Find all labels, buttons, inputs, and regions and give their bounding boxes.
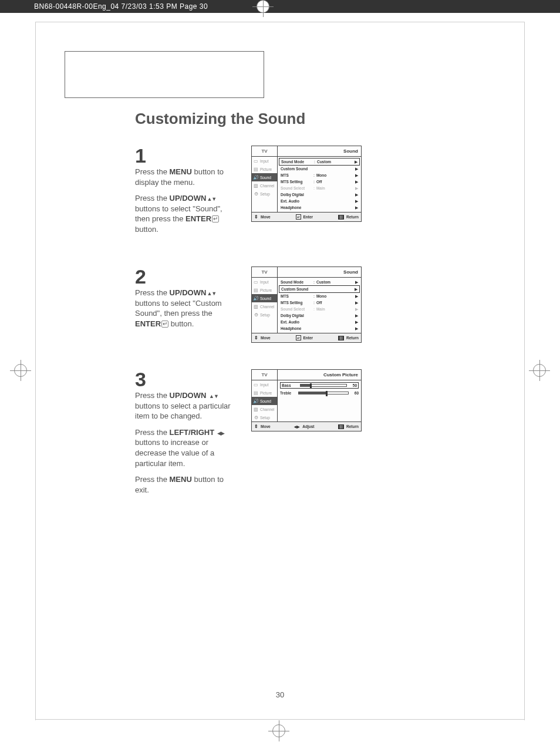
picture-icon: ▤ xyxy=(253,167,259,171)
updown-label: UP/DOWN xyxy=(170,288,207,297)
steps-container: 1 Press the MENU button to display the m… xyxy=(135,146,501,501)
osd-row-sound-select: Sound Select:Main▶ xyxy=(279,185,360,191)
step-3-text: 3 Press the UP/DOWN buttons to select a … xyxy=(135,369,235,501)
hint-move: Move xyxy=(254,214,271,220)
osd-row-headphone: Headphone▶ xyxy=(279,325,360,332)
osd-title: Sound xyxy=(278,146,361,156)
setup-icon: ⚙ xyxy=(253,312,259,317)
slider-label: Treble xyxy=(280,391,296,395)
osd-side-setup: ⚙Setup xyxy=(252,413,277,421)
page-number: 30 xyxy=(35,690,525,699)
step-1-number: 1 xyxy=(135,146,235,166)
osd-row-ext-audio: Ext. Audio▶ xyxy=(279,198,360,204)
osd-hint-bar: Move Enter Return xyxy=(252,333,361,342)
osd-side-picture: ▤Picture xyxy=(252,389,277,397)
step-text-fragment: Press the xyxy=(135,194,170,203)
step-text-fragment: Press the xyxy=(135,475,170,484)
osd-menu-list: Sound Mode:Custom▶ Custom Sound▶ MTS:Mon… xyxy=(278,278,361,333)
page-content: Customizing the Sound 1 Press the MENU b… xyxy=(35,22,525,719)
step-2-number: 2 xyxy=(135,267,235,286)
up-down-icon xyxy=(208,391,218,400)
osd-side-picture: ▤Picture xyxy=(252,286,277,294)
step-2-text: 2 Press the UP/DOWN buttons to select "C… xyxy=(135,267,235,335)
enter-label: ENTER xyxy=(135,319,161,328)
updown-label: UP/DOWN xyxy=(170,194,207,203)
sound-icon: 🔊 xyxy=(253,175,259,180)
step-text-fragment: button. xyxy=(135,225,158,234)
osd-row-dolby: Dolby Digital▶ xyxy=(279,191,360,198)
osd-title: Custom Picture xyxy=(278,370,361,380)
arrow-right-icon: ▶ xyxy=(355,313,358,318)
slider-treble: Treble 60 xyxy=(280,391,359,395)
osd-slider-panel: Bass 50 Treble xyxy=(278,380,361,421)
osd-row-headphone: Headphone▶ xyxy=(279,204,360,211)
slider-label: Bass xyxy=(282,383,298,387)
registration-mark-top xyxy=(257,0,269,15)
page-title: Customizing the Sound xyxy=(135,110,501,128)
hint-return: Return xyxy=(338,335,359,340)
osd-side-channel: ▨Channel xyxy=(252,302,277,311)
osd-side-input: ▭Input xyxy=(252,157,277,165)
osd-row-custom-sound: Custom Sound▶ xyxy=(279,166,360,172)
registration-mark-left xyxy=(14,364,27,379)
step-text-fragment: buttons to select "Custom Sound", then p… xyxy=(135,299,222,318)
sound-icon: 🔊 xyxy=(253,399,259,403)
osd-tv-label: TV xyxy=(252,146,278,156)
up-down-icon xyxy=(206,288,216,297)
enter-label: ENTER xyxy=(185,214,211,223)
step-text-fragment: buttons to increase or decrease the valu… xyxy=(135,438,214,467)
arrow-right-icon: ▶ xyxy=(355,326,358,331)
arrow-right-icon: ▶ xyxy=(355,173,358,178)
osd-row-mts-setting: MTS Setting:Off▶ xyxy=(279,299,360,306)
arrow-right-icon: ▶ xyxy=(355,193,358,197)
step-3-number: 3 xyxy=(135,369,235,389)
hint-move: Move xyxy=(254,335,271,340)
setup-icon: ⚙ xyxy=(253,415,259,420)
arrow-right-icon: ▶ xyxy=(355,301,358,305)
osd-sidebar: ▭Input ▤Picture 🔊Sound ▨Channel ⚙Setup xyxy=(252,157,278,212)
channel-icon: ▨ xyxy=(253,407,259,412)
osd-title: Sound xyxy=(278,267,361,277)
menu-label: MENU xyxy=(170,167,192,176)
osd-side-sound: 🔊Sound xyxy=(252,173,277,181)
enter-icon xyxy=(161,319,168,328)
osd-side-setup: ⚙Setup xyxy=(252,190,277,198)
osd-side-input: ▭Input xyxy=(252,278,277,286)
arrow-right-icon: ▶ xyxy=(355,160,357,164)
step-3: 3 Press the UP/DOWN buttons to select a … xyxy=(135,369,501,501)
arrow-right-icon: ▶ xyxy=(355,287,357,292)
osd-side-input: ▭Input xyxy=(252,380,277,389)
step-1-text: 1 Press the MENU button to display the m… xyxy=(135,146,235,240)
imprint-header: BN68-00448R-00Eng_04 7/23/03 1:53 PM Pag… xyxy=(0,0,560,13)
osd-row-custom-sound: Custom Sound▶ xyxy=(279,285,360,293)
arrow-right-icon: ▶ xyxy=(355,280,358,285)
osd-side-channel: ▨Channel xyxy=(252,181,277,190)
arrow-right-icon: ▶ xyxy=(355,205,358,210)
osd-row-sound-mode: Sound Mode:Custom▶ xyxy=(279,158,360,166)
osd-sidebar: ▭Input ▤Picture 🔊Sound ▨Channel ⚙Setup xyxy=(252,278,278,333)
step-text-fragment: Press the xyxy=(135,167,170,176)
up-down-icon xyxy=(206,194,216,203)
osd-row-mts: MTS:Mono▶ xyxy=(279,172,360,178)
osd-side-picture: ▤Picture xyxy=(252,165,277,173)
hint-return: Return xyxy=(338,214,359,220)
slider-track xyxy=(300,384,347,387)
enter-icon xyxy=(211,214,219,223)
arrow-right-icon: ▶ xyxy=(355,307,358,312)
arrow-right-icon: ▶ xyxy=(355,186,358,191)
osd-screenshot-2: TV Sound ▭Input ▤Picture 🔊Sound ▨Channel… xyxy=(251,267,362,343)
hint-adjust: Adjust xyxy=(294,424,314,429)
hint-enter: Enter xyxy=(296,214,313,220)
osd-hint-bar: Move Adjust Return xyxy=(252,421,361,431)
osd-row-dolby: Dolby Digital▶ xyxy=(279,312,360,319)
slider-value: 50 xyxy=(349,383,357,387)
hint-enter: Enter xyxy=(296,335,313,340)
osd-side-channel: ▨Channel xyxy=(252,405,277,413)
osd-row-mts: MTS:Mono▶ xyxy=(279,293,360,299)
arrow-right-icon: ▶ xyxy=(355,294,358,299)
osd-row-sound-select: Sound Select:Main▶ xyxy=(279,306,360,312)
left-right-icon xyxy=(217,428,224,437)
osd-tv-label: TV xyxy=(252,370,278,380)
slider-value: 60 xyxy=(350,391,359,395)
input-icon: ▭ xyxy=(253,382,259,387)
